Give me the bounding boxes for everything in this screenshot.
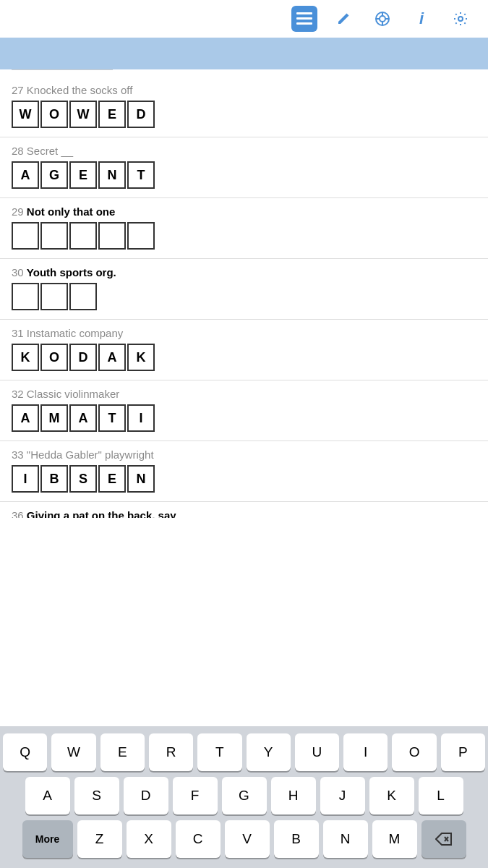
pencil-button[interactable] <box>330 6 356 32</box>
clue-item-36[interactable]: 36 Giving a pat on the back, say <box>0 502 488 518</box>
letter-box[interactable] <box>40 283 68 310</box>
clue-item-28[interactable]: 28 Secret __AGENT <box>0 137 488 198</box>
key-w[interactable]: W <box>51 733 95 771</box>
key-v[interactable]: V <box>225 820 270 858</box>
key-p[interactable]: P <box>441 733 485 771</box>
key-l[interactable]: L <box>419 777 463 814</box>
clue-text-28: 28 Secret __ <box>12 145 476 157</box>
help-button[interactable] <box>369 6 395 32</box>
letter-box[interactable] <box>98 222 126 250</box>
clue-text-30: 30 Youth sports org. <box>12 266 476 278</box>
key-u[interactable]: U <box>295 733 339 771</box>
letter-boxes-33: IBSEN <box>12 465 476 493</box>
letter-box[interactable]: A <box>69 404 97 432</box>
key-m[interactable]: M <box>372 820 417 858</box>
letter-box[interactable] <box>12 283 39 310</box>
clue-text-33: 33 "Hedda Gabler" playwright <box>12 448 476 461</box>
letter-box[interactable]: G <box>40 161 68 189</box>
letter-boxes-29 <box>12 222 476 250</box>
status-bar: i <box>0 0 488 38</box>
key-o[interactable]: O <box>392 733 436 771</box>
more-key[interactable]: More <box>22 820 73 858</box>
direction-banner[interactable] <box>0 38 488 69</box>
letter-boxes-32: AMATI <box>12 404 476 432</box>
letter-box[interactable]: M <box>40 404 68 432</box>
letter-box[interactable]: O <box>40 101 68 128</box>
key-x[interactable]: X <box>127 820 171 858</box>
letter-box[interactable]: E <box>98 465 126 493</box>
clue-text-27: 27 Knocked the socks off <box>12 84 476 96</box>
clue-item-31[interactable]: 31 Instamatic companyKODAK <box>0 320 488 380</box>
key-y[interactable]: Y <box>247 733 291 771</box>
key-t[interactable]: T <box>197 733 241 771</box>
letter-box[interactable]: D <box>69 344 97 371</box>
key-q[interactable]: Q <box>3 733 47 771</box>
list-view-button[interactable] <box>291 6 317 32</box>
key-k[interactable]: K <box>369 777 414 814</box>
clue-text-36: 36 Giving a pat on the back, say <box>12 509 476 518</box>
toolbar: i <box>291 6 474 32</box>
key-c[interactable]: C <box>176 820 221 858</box>
clue-item-33[interactable]: 33 "Hedda Gabler" playwrightIBSEN <box>0 441 488 502</box>
clue-text-32: 32 Classic violinmaker <box>12 388 476 400</box>
svg-point-4 <box>380 16 385 22</box>
key-z[interactable]: Z <box>77 820 122 858</box>
key-r[interactable]: R <box>149 733 193 771</box>
keyboard-row-2: ASDFGHJKL <box>3 777 485 814</box>
key-n[interactable]: N <box>323 820 368 858</box>
letter-box[interactable]: E <box>98 101 126 128</box>
letter-box[interactable]: N <box>98 161 126 189</box>
letter-box[interactable]: W <box>12 101 39 128</box>
letter-box[interactable]: K <box>12 344 39 371</box>
key-a[interactable]: A <box>25 777 70 814</box>
letter-box[interactable]: W <box>69 101 97 128</box>
letter-boxes-27: WOWED <box>12 101 476 128</box>
letter-box[interactable]: K <box>127 344 155 371</box>
letter-box[interactable]: A <box>12 404 39 432</box>
letter-box[interactable]: E <box>69 161 97 189</box>
svg-rect-2 <box>296 22 312 25</box>
clue-text-29: 29 Not only that one <box>12 205 476 218</box>
letter-box[interactable]: N <box>127 465 155 493</box>
letter-box[interactable] <box>40 222 68 250</box>
clue-text-31: 31 Instamatic company <box>12 327 476 339</box>
info-button[interactable]: i <box>408 6 435 32</box>
keyboard: QWERTYUIOP ASDFGHJKL MoreZXCVBNM <box>0 726 488 868</box>
svg-rect-0 <box>296 12 312 14</box>
letter-box[interactable] <box>69 222 97 250</box>
letter-box[interactable]: O <box>40 344 68 371</box>
letter-box[interactable]: A <box>12 161 39 189</box>
letter-box[interactable]: S <box>69 465 97 493</box>
key-g[interactable]: G <box>222 777 267 814</box>
letter-box[interactable] <box>127 222 155 250</box>
letter-box[interactable]: I <box>127 404 155 432</box>
clue-list: 27 Knocked the socks offWOWED28 Secret _… <box>0 69 488 518</box>
letter-box[interactable] <box>12 222 39 250</box>
letter-box[interactable]: B <box>40 465 68 493</box>
key-j[interactable]: J <box>320 777 365 814</box>
letter-box[interactable]: T <box>127 161 155 189</box>
clue-item-27[interactable]: 27 Knocked the socks offWOWED <box>0 77 488 137</box>
letter-box[interactable]: A <box>98 344 126 371</box>
key-h[interactable]: H <box>271 777 316 814</box>
clue-item-32[interactable]: 32 Classic violinmakerAMATI <box>0 380 488 441</box>
svg-rect-1 <box>296 17 312 20</box>
letter-boxes-30 <box>12 283 476 310</box>
letter-box[interactable]: I <box>12 465 39 493</box>
letter-box[interactable]: T <box>98 404 126 432</box>
keyboard-row-1: QWERTYUIOP <box>3 733 485 771</box>
letter-box[interactable]: D <box>127 101 155 128</box>
key-i[interactable]: I <box>343 733 388 771</box>
key-f[interactable]: F <box>173 777 218 814</box>
letter-box[interactable] <box>69 283 97 310</box>
letter-boxes-31: KODAK <box>12 344 476 371</box>
key-d[interactable]: D <box>124 777 168 814</box>
settings-button[interactable] <box>448 6 474 32</box>
key-e[interactable]: E <box>100 733 145 771</box>
key-b[interactable]: B <box>274 820 319 858</box>
letter-boxes-28: AGENT <box>12 161 476 189</box>
key-s[interactable]: S <box>74 777 119 814</box>
clue-item-29[interactable]: 29 Not only that one <box>0 198 488 259</box>
clue-item-30[interactable]: 30 Youth sports org. <box>0 259 488 320</box>
delete-key[interactable] <box>421 820 466 858</box>
